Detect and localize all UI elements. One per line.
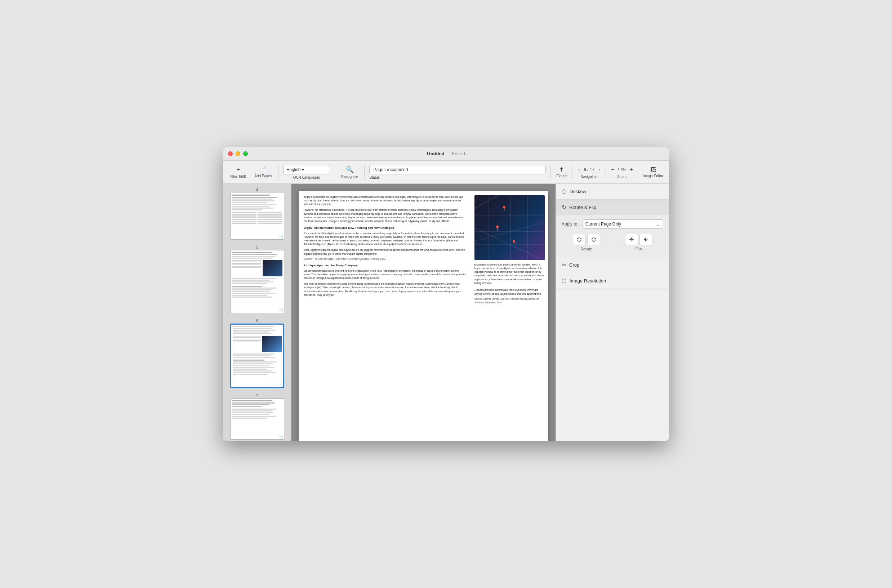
doc-heading1: Digital Transformation Requires New Thin… bbox=[304, 226, 466, 230]
flip-label: Flip bbox=[636, 247, 642, 251]
status-value: Pages recognized bbox=[373, 167, 408, 172]
deskew-section: ⬡ Deskew bbox=[556, 184, 669, 200]
zoom-in-button[interactable]: + bbox=[627, 166, 635, 174]
zoom-out-button[interactable]: − bbox=[609, 166, 616, 174]
thumb-number-5: 5 bbox=[256, 245, 258, 249]
export-label: Export bbox=[556, 174, 567, 178]
rotate-flip-header[interactable]: ↻ Rotate & Flip bbox=[556, 200, 669, 215]
resolution-icon: ⬡ bbox=[562, 278, 567, 284]
document-page: Today's consumers are digitally empowere… bbox=[299, 191, 548, 441]
thumb-border-4: 📄 bbox=[230, 193, 284, 240]
plus-icon: ＋ bbox=[235, 166, 241, 173]
doc-quote: Bold, tightly integrated digital strateg… bbox=[304, 248, 466, 256]
thumb-item-6[interactable]: 6 bbox=[225, 317, 290, 390]
doc-right-para1: processes to identify and understand you… bbox=[474, 263, 545, 285]
rotate-flip-label: Rotate & Flip bbox=[569, 205, 596, 210]
doc-intro-para: Today's consumers are digitally empowere… bbox=[304, 195, 466, 206]
document-icon: 📄 bbox=[260, 166, 267, 173]
crop-label: Crop bbox=[569, 262, 579, 268]
status-bar: Pages recognized bbox=[369, 165, 546, 174]
thumb-border-6: 📄 bbox=[230, 324, 284, 388]
recognize-button[interactable]: 🔍 Recognize bbox=[337, 163, 362, 182]
language-dropdown[interactable]: English ▾ bbox=[283, 165, 330, 174]
deskew-header[interactable]: ⬡ Deskew bbox=[556, 184, 669, 199]
doc-para5: The most commonly used technologies behi… bbox=[304, 282, 466, 297]
map-pin-3: 📍 bbox=[511, 239, 517, 246]
rotate-flip-section: ↻ Rotate & Flip Apply to: Current Page O… bbox=[556, 200, 669, 257]
image-editor-button[interactable]: 🖼 Image Editor bbox=[640, 166, 666, 179]
maximize-button[interactable] bbox=[243, 152, 248, 156]
map-pin-1: 📍 bbox=[501, 205, 507, 212]
rotate-group: Rotate bbox=[562, 234, 611, 251]
toolbar: ＋ New Task 📄 Add Pages English ▾ OCR Lan… bbox=[223, 161, 669, 184]
image-resolution-section: ⬡ Image Resolution bbox=[556, 273, 669, 289]
thumb-file-icon-6: 📄 bbox=[279, 382, 282, 386]
rotate-flip-controls: Apply to: Current Page Only ⌄ bbox=[556, 215, 669, 257]
thumbnail-panel: 4 bbox=[223, 184, 291, 441]
toolbar-separator-4 bbox=[550, 165, 551, 179]
crop-icon: ✂ bbox=[562, 262, 566, 268]
image-editor-label: Image Editor bbox=[643, 174, 663, 178]
magnifier-icon: 🔍 bbox=[346, 166, 354, 174]
rotate-ccw-button[interactable] bbox=[573, 234, 586, 245]
doc-right-column: 📍 📍 📍 processes to identify and understa… bbox=[471, 191, 548, 441]
thumb-border-7: 📄 bbox=[230, 399, 284, 440]
thumb-item-5[interactable]: 5 bbox=[225, 244, 290, 315]
add-pages-button[interactable]: 📄 Add Pages bbox=[251, 163, 276, 182]
crop-header[interactable]: ✂ Crop bbox=[556, 257, 669, 273]
doc-heading2: A Unique Approach for Every Company bbox=[304, 263, 466, 268]
toolbar-separator-6 bbox=[606, 165, 606, 179]
apply-to-dropdown[interactable]: Current Page Only ⌄ bbox=[582, 219, 663, 229]
image-resolution-header[interactable]: ⬡ Image Resolution bbox=[556, 273, 669, 289]
navigation-label: Navigation bbox=[581, 175, 598, 179]
rotate-flip-buttons: Rotate bbox=[562, 234, 663, 251]
thumb-item-4[interactable]: 4 bbox=[225, 187, 290, 241]
window-title: Untitled — Edited bbox=[427, 151, 465, 156]
deskew-label: Deskew bbox=[570, 189, 586, 194]
deskew-icon: ⬡ bbox=[562, 188, 567, 195]
ocr-languages-label: OCR Languages bbox=[293, 176, 320, 179]
navigation-group: ‹ 6 / 17 › Navigation bbox=[575, 166, 603, 179]
status-label: Status bbox=[369, 176, 546, 179]
doc-para3: It's a simple fact that digital transfor… bbox=[304, 232, 466, 246]
document-viewer: Today's consumers are digitally empowere… bbox=[291, 184, 556, 441]
image-resolution-label: Image Resolution bbox=[570, 278, 606, 284]
status-group: Pages recognized Status bbox=[367, 165, 548, 179]
thumb-number-4: 4 bbox=[256, 188, 258, 192]
image-icon: 🖼 bbox=[650, 166, 656, 173]
zoom-label: Zoom bbox=[618, 175, 627, 179]
minimize-button[interactable] bbox=[235, 152, 240, 156]
doc-para4: Digital transformation looks different f… bbox=[304, 269, 466, 280]
recognize-label: Recognize bbox=[341, 175, 358, 179]
thumb-item-7[interactable]: 7 📄 bbox=[225, 392, 290, 441]
apply-to-label: Apply to: bbox=[562, 222, 579, 226]
flip-group: Flip bbox=[614, 234, 663, 251]
new-task-button[interactable]: ＋ New Task bbox=[226, 163, 249, 182]
ocr-languages-group: English ▾ OCR Languages bbox=[281, 164, 332, 180]
apply-to-value: Current Page Only bbox=[585, 222, 621, 226]
apply-to-row: Apply to: Current Page Only ⌄ bbox=[562, 219, 663, 229]
thumb-file-icon-5: 📄 bbox=[279, 308, 283, 312]
chevron-down-icon: ▾ bbox=[302, 167, 304, 172]
toolbar-separator-7 bbox=[638, 165, 638, 179]
title-bar: Untitled — Edited bbox=[223, 147, 669, 161]
right-panel: ⬡ Deskew ↻ Rotate & Flip Apply to: Curre… bbox=[556, 184, 669, 441]
prev-page-button[interactable]: ‹ bbox=[575, 166, 583, 174]
crop-section: ✂ Crop bbox=[556, 257, 669, 273]
toolbar-separator-3 bbox=[364, 165, 364, 179]
zoom-value: 17% bbox=[618, 167, 626, 172]
export-icon: ⬆ bbox=[559, 166, 564, 173]
rotate-cw-button[interactable] bbox=[587, 234, 600, 245]
flip-vertical-button[interactable] bbox=[625, 234, 638, 245]
thumb-border-5: 📄 bbox=[230, 250, 284, 313]
select-chevron-icon: ⌄ bbox=[656, 221, 660, 227]
doc-source2: Source: Gartner Market Guide for Robotic… bbox=[474, 297, 545, 304]
flip-horizontal-button[interactable] bbox=[639, 234, 652, 245]
toolbar-separator-1 bbox=[278, 165, 279, 179]
close-button[interactable] bbox=[228, 152, 233, 156]
export-button[interactable]: ⬆ Export bbox=[553, 165, 570, 179]
toolbar-separator-5 bbox=[572, 165, 573, 179]
add-pages-label: Add Pages bbox=[254, 174, 272, 178]
next-page-button[interactable]: › bbox=[595, 166, 603, 174]
zoom-group: − 17% + Zoom bbox=[609, 166, 635, 179]
